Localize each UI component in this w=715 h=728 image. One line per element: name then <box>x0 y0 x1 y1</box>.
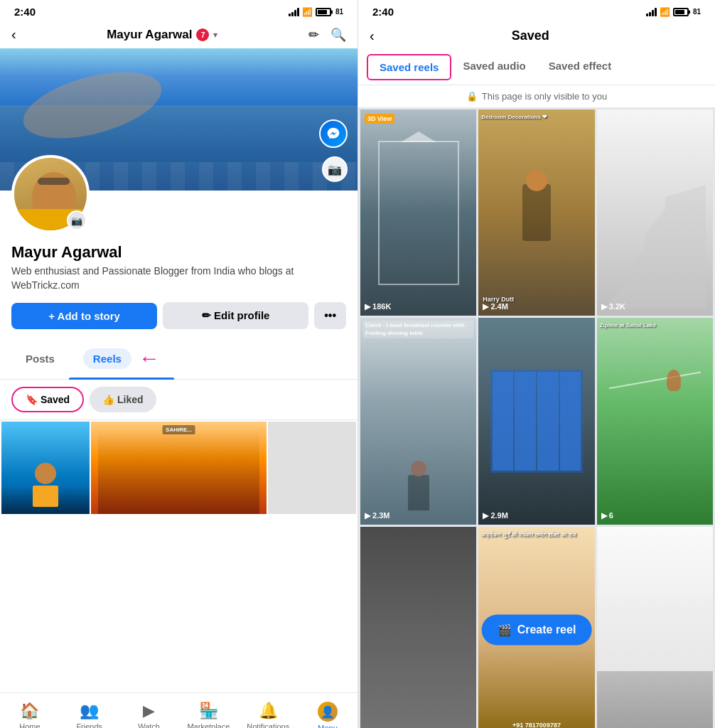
create-reel-label: Create reel <box>517 623 576 636</box>
saved-effect-tab[interactable]: Saved effect <box>537 54 623 80</box>
reel-item-8[interactable]: अफ्रीकन मुर्गों की भयंकार सम्मोग शक्ति क… <box>478 527 594 728</box>
battery-level-right: 81 <box>693 8 701 16</box>
left-phone: 2:40 📶 81 ‹ Mayur Agarwal 7 <box>0 0 358 728</box>
nav-menu[interactable]: 👤 Menu <box>298 699 358 728</box>
saved-tabs: Saved reels Saved audio Saved effect <box>358 50 715 85</box>
reel-2-caption: Bedroom Decorations ❤ <box>481 114 591 120</box>
reel-item-1[interactable]: 3D View ▶ 186K <box>360 109 476 316</box>
tab-posts[interactable]: Posts <box>11 344 69 373</box>
edit-profile-button[interactable]: ✏ Edit profile <box>163 302 308 329</box>
add-to-story-button[interactable]: + Add to story <box>11 303 157 329</box>
messenger-button[interactable] <box>319 119 348 148</box>
status-time-left: 2:40 <box>14 6 36 18</box>
battery-level-left: 81 <box>335 8 343 16</box>
profile-tabs: Posts Reels ← <box>0 338 358 380</box>
search-icon[interactable]: 🔍 <box>330 27 346 43</box>
home-icon: 🏠 <box>20 702 39 720</box>
profile-header: ‹ Mayur Agarwal 7 ▾ ✏ 🔍 <box>0 21 358 48</box>
right-phone: 2:40 📶 81 ‹ Saved <box>358 0 715 728</box>
profile-display-name: Mayur Agarwal <box>11 243 346 262</box>
battery-icon <box>316 8 331 16</box>
create-reel-icon: 🎬 <box>498 623 512 636</box>
profile-section: 📷 Mayur Agarwal Web enthusiast and Passi… <box>0 191 358 338</box>
nav-home-label: Home <box>19 722 40 728</box>
reel-item-2[interactable]: Bedroom Decorations ❤ Harry Dutt ▶ 2.4M <box>478 109 594 316</box>
reel-item-9[interactable] <box>597 527 713 728</box>
back-button-right[interactable]: ‹ <box>370 28 375 44</box>
header-actions: ✏ 🔍 <box>308 27 346 43</box>
nav-friends[interactable]: 👥 Friends <box>60 699 119 728</box>
reels-tab-label: Reels <box>83 348 131 369</box>
notifications-icon: 🔔 <box>259 702 278 720</box>
liked-tab-label: 👍 Liked <box>102 394 143 405</box>
reel-5-count: ▶ 2.9M <box>483 511 508 520</box>
visibility-note: 🔒 This page is only visible to you <box>358 85 715 107</box>
nav-marketplace[interactable]: 🏪 Marketplace <box>178 699 238 728</box>
thumb-item-3[interactable] <box>268 422 356 514</box>
add-to-story-label: + Add to story <box>48 310 120 322</box>
liked-filter-tab[interactable]: 👍 Liked <box>90 387 156 412</box>
back-button-left[interactable]: ‹ <box>11 26 16 43</box>
reel-2-count: ▶ 2.4M <box>483 302 508 311</box>
nav-home[interactable]: 🏠 Home <box>0 699 60 728</box>
status-icons-right: 📶 81 <box>646 7 701 17</box>
status-time-right: 2:40 <box>372 6 394 18</box>
reel-item-6[interactable]: Zipline at Sattal Lake ▶ 6 <box>597 318 713 524</box>
pink-arrow-icon: ← <box>139 346 160 370</box>
visibility-text: This page is only visible to you <box>482 91 607 102</box>
more-options-label: ••• <box>324 309 336 321</box>
nav-menu-label: Menu <box>318 724 338 728</box>
thumb-item-2[interactable]: SAHIRE... <box>91 422 267 514</box>
nav-notifications-label: Notifications <box>247 722 289 728</box>
saved-filter-tab[interactable]: 🔖 Saved <box>11 387 84 412</box>
reel-item-5[interactable]: ▶ 2.9M <box>478 318 594 524</box>
status-icons-left: 📶 81 <box>289 7 343 17</box>
header-title-group: Mayur Agarwal 7 ▾ <box>107 28 217 42</box>
notification-badge: 7 <box>196 28 209 41</box>
nav-marketplace-label: Marketplace <box>187 722 230 728</box>
edit-icon[interactable]: ✏ <box>308 27 319 43</box>
signal-icon <box>289 8 299 16</box>
create-reel-button[interactable]: 🎬 Create reel <box>482 614 592 645</box>
nav-watch[interactable]: ▶ Watch <box>119 699 179 728</box>
more-options-button[interactable]: ••• <box>314 302 346 329</box>
tab-reels[interactable]: Reels ← <box>69 338 174 379</box>
reel-item-7[interactable] <box>360 527 476 728</box>
cover-camera-button[interactable]: 📷 <box>322 156 348 182</box>
saved-audio-label: Saved audio <box>463 60 525 72</box>
saved-reels-tab[interactable]: Saved reels <box>367 54 451 80</box>
profile-bio: Web enthusiast and Passionate Blogger fr… <box>11 264 346 292</box>
reel-8-caption: अफ्रीकन मुर्गों की भयंकार सम्मोग शक्ति क… <box>481 531 591 539</box>
nav-notifications[interactable]: 🔔 Notifications <box>238 699 298 728</box>
wifi-icon: 📶 <box>302 7 313 17</box>
thumb-item-1[interactable] <box>1 422 90 514</box>
bottom-nav: 🏠 Home 👥 Friends ▶ Watch 🏪 Marketplace 🔔… <box>0 692 358 728</box>
status-bar-left: 2:40 📶 81 <box>0 0 358 21</box>
saved-audio-tab[interactable]: Saved audio <box>451 54 537 80</box>
reel-item-4[interactable]: Client - I want breakfast counter with F… <box>360 318 476 524</box>
reel-8-phone: +91 7817009787 <box>481 722 591 728</box>
filter-tabs: 🔖 Saved 👍 Liked <box>0 380 358 420</box>
reels-grid: 3D View ▶ 186K Bedroom Decorations ❤ Har… <box>358 107 715 728</box>
reel-1-count: ▶ 186K <box>365 302 391 311</box>
thumbnail-row: SAHIRE... <box>0 420 358 515</box>
nav-watch-label: Watch <box>138 722 160 728</box>
wifi-icon-right: 📶 <box>660 7 670 17</box>
posts-tab-label: Posts <box>26 353 55 365</box>
battery-icon-right <box>673 8 689 16</box>
watch-icon: ▶ <box>143 702 155 720</box>
status-bar-right: 2:40 📶 81 <box>358 0 715 21</box>
saved-effect-label: Saved effect <box>549 60 611 72</box>
chevron-down-icon[interactable]: ▾ <box>213 30 217 40</box>
reel-6-count: ▶ 6 <box>601 511 613 520</box>
reel-item-3[interactable]: ▶ 3.2K <box>597 109 713 316</box>
saved-tab-label: 🔖 Saved <box>26 394 70 405</box>
saved-header: ‹ Saved <box>358 21 715 50</box>
saved-title: Saved <box>512 28 549 43</box>
reel-3-count: ▶ 3.2K <box>601 302 625 311</box>
avatar-camera-badge[interactable]: 📷 <box>67 210 87 230</box>
profile-name-header: Mayur Agarwal <box>107 28 192 42</box>
reel-6-caption: Zipline at Sattal Lake <box>600 322 710 328</box>
marketplace-icon: 🏪 <box>199 702 218 720</box>
nav-friends-label: Friends <box>76 722 102 728</box>
